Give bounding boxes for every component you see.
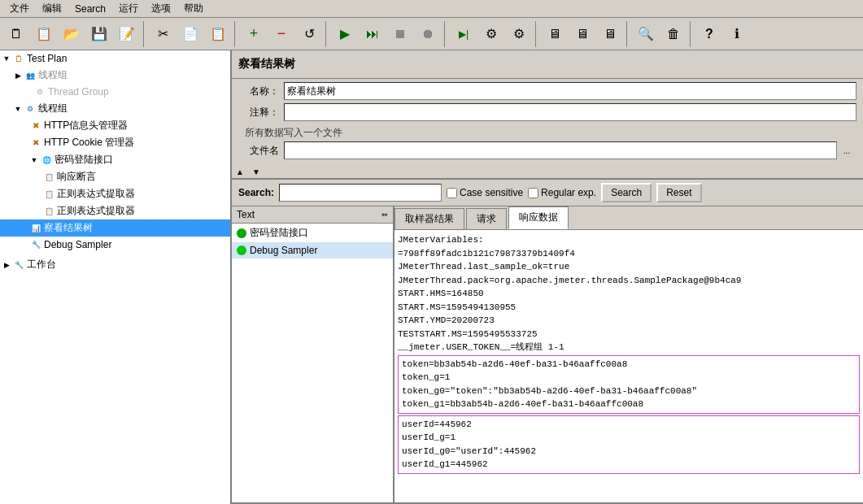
thread-cn-label: 线程组 xyxy=(38,68,68,82)
response-assert-label: 响应断言 xyxy=(57,170,96,184)
sep6 xyxy=(626,21,630,47)
filename-label: 文件名 xyxy=(238,144,279,158)
search-button[interactable]: Search xyxy=(601,183,652,202)
tab-request[interactable]: 请求 xyxy=(466,208,507,229)
nav-up[interactable]: ▲ xyxy=(232,166,248,178)
result-item-0[interactable]: 密码登陆接口 xyxy=(232,224,393,242)
line-3: JMeterThread.pack=org.apache.jmeter.thre… xyxy=(398,274,860,288)
thread-en-icon: ⚙ xyxy=(33,85,46,98)
run-from-thread-button[interactable]: ▶| xyxy=(451,21,477,47)
regular-exp-checkbox[interactable] xyxy=(528,188,538,198)
tree-item-thread-group-cn[interactable]: ▶ 👥 线程组 xyxy=(0,67,230,84)
tree-item-http-cookie[interactable]: ✖ HTTP Cookie 管理器 xyxy=(0,134,230,151)
new-button[interactable]: 🗒 xyxy=(3,21,29,47)
shutdown-button[interactable]: ⏺ xyxy=(415,21,441,47)
clear-button[interactable]: ↺ xyxy=(296,21,322,47)
workbench-label: 工作台 xyxy=(27,258,56,272)
remote-stop-button[interactable]: 🖥 xyxy=(569,21,595,47)
thread-en-label: Thread Group xyxy=(48,86,109,98)
line-15: userId_g0="userId":445962 xyxy=(402,445,856,458)
tree-item-response-assert[interactable]: 📋 响应断言 xyxy=(0,168,230,185)
line-13: userId=445962 xyxy=(402,418,856,432)
tree-item-test-plan[interactable]: ▼ 🗒 Test Plan xyxy=(0,50,230,67)
menu-edit[interactable]: 编辑 xyxy=(36,0,68,17)
menu-options[interactable]: 选项 xyxy=(145,0,177,17)
tree-item-workbench[interactable]: ▶ 🔧 工作台 xyxy=(0,256,230,273)
result-item-label-1: Debug Sampler xyxy=(250,245,317,256)
tree-item-thread-group-en[interactable]: ▶ ⚙ Thread Group xyxy=(0,84,230,100)
nav-down[interactable]: ▼ xyxy=(248,166,264,178)
tool2-button[interactable]: ⚙ xyxy=(506,21,532,47)
templates-button[interactable]: 📋 xyxy=(31,21,57,47)
start-no-pause-button[interactable]: ⏭ xyxy=(360,21,386,47)
search-input[interactable] xyxy=(279,184,442,202)
expand-thread-cn2[interactable]: ▼ xyxy=(13,104,23,114)
tool1-button[interactable]: ⚙ xyxy=(478,21,504,47)
col-resize-icon[interactable]: ⇔ xyxy=(381,211,388,219)
text-col-header: Text ⇔ xyxy=(232,206,393,224)
remote-start-button[interactable]: 🖥 xyxy=(542,21,568,47)
filename-input[interactable] xyxy=(284,141,837,159)
tab-response-data[interactable]: 响应数据 xyxy=(508,206,569,229)
sep7 xyxy=(690,21,693,47)
green-dot-1 xyxy=(237,245,246,255)
search-toolbar-button[interactable]: 🔍 xyxy=(633,21,659,47)
menu-file[interactable]: 文件 xyxy=(3,0,36,17)
comment-input[interactable] xyxy=(284,103,856,121)
regular-exp-label[interactable]: Regular exp. xyxy=(528,187,596,198)
line-9: token=bb3ab54b-a2d6-40ef-ba31-b46aaffc00… xyxy=(402,358,856,371)
tabs-area: 取样器结果 请求 响应数据 JMeterVariables: =798ff89f… xyxy=(394,206,863,502)
about-button[interactable]: ℹ xyxy=(724,21,750,47)
tree-item-login-api[interactable]: ▼ 🌐 密码登陆接口 xyxy=(0,151,230,168)
tab-content: JMeterVariables: =798ff89fadc1b121c79873… xyxy=(394,230,863,502)
green-dot-0 xyxy=(237,228,246,238)
sep2 xyxy=(234,21,238,47)
menu-bar: 文件 编辑 Search 运行 选项 帮助 xyxy=(0,0,863,18)
menu-run[interactable]: 运行 xyxy=(112,0,145,17)
tree-item-regex1[interactable]: 📋 正则表达式提取器 xyxy=(0,185,230,202)
stop-button[interactable]: ⏹ xyxy=(387,21,413,47)
name-input[interactable] xyxy=(284,82,856,100)
line-11: token_g0="token":"bb3ab54b-a2d6-40ef-ba3… xyxy=(402,385,856,398)
tab-sampler-result[interactable]: 取样器结果 xyxy=(394,208,464,229)
remove-button[interactable]: − xyxy=(268,21,294,47)
save-as-button[interactable]: 📝 xyxy=(114,21,140,47)
menu-search[interactable]: Search xyxy=(68,2,112,16)
text-column: Text ⇔ 密码登陆接口 Debug Sampler xyxy=(232,206,394,502)
open-button[interactable]: 📂 xyxy=(59,21,85,47)
save-button[interactable]: 💾 xyxy=(86,21,112,47)
test-plan-label: Test Plan xyxy=(27,53,67,64)
expand-thread-cn[interactable]: ▶ xyxy=(13,71,23,80)
thread-cn-icon: 👥 xyxy=(24,69,37,82)
menu-help[interactable]: 帮助 xyxy=(177,0,210,17)
tree-item-thread-group-cn2[interactable]: ▼ ⚙ 线程组 xyxy=(0,100,230,117)
paste-button[interactable]: 📋 xyxy=(205,21,231,47)
result-item-label-0: 密码登陆接口 xyxy=(250,226,308,240)
help-button[interactable]: ? xyxy=(696,21,722,47)
results-area: Text ⇔ 密码登陆接口 Debug Sampler xyxy=(232,206,863,504)
add-button[interactable]: + xyxy=(241,21,267,47)
debug-sampler-label: Debug Sampler xyxy=(44,239,111,250)
remote-exit-button[interactable]: 🖥 xyxy=(597,21,623,47)
tree-item-regex2[interactable]: 📋 正则表达式提取器 xyxy=(0,202,230,219)
reset-button[interactable]: Reset xyxy=(656,183,701,202)
cut-button[interactable]: ✂ xyxy=(150,21,176,47)
start-button[interactable]: ▶ xyxy=(332,21,358,47)
line-7: TESTSTART.MS=1595495533725 xyxy=(398,328,860,341)
expand-login-api[interactable]: ▼ xyxy=(29,155,39,165)
write-all-note: 所有数据写入一个文件 xyxy=(238,124,856,141)
case-sensitive-checkbox[interactable] xyxy=(447,188,457,198)
case-sensitive-label[interactable]: Case sensitive xyxy=(447,187,523,198)
copy-button[interactable]: 📄 xyxy=(177,21,203,47)
line-4: START.HMS=164850 xyxy=(398,287,860,301)
tree-item-debug-sampler[interactable]: 🔧 Debug Sampler xyxy=(0,237,230,253)
expand-test-plan[interactable]: ▼ xyxy=(2,54,11,63)
result-item-1[interactable]: Debug Sampler xyxy=(232,242,393,259)
browse-button[interactable]: ... xyxy=(837,141,856,159)
tree-item-http-header[interactable]: ✖ HTTP信息头管理器 xyxy=(0,117,230,134)
tree-item-view-results[interactable]: 📊 察看结果树 xyxy=(0,219,230,237)
clear-all-button[interactable]: 🗑 xyxy=(660,21,686,47)
expand-workbench[interactable]: ▶ xyxy=(2,260,11,270)
response-assert-icon: 📋 xyxy=(42,171,55,184)
sep3 xyxy=(325,21,329,47)
